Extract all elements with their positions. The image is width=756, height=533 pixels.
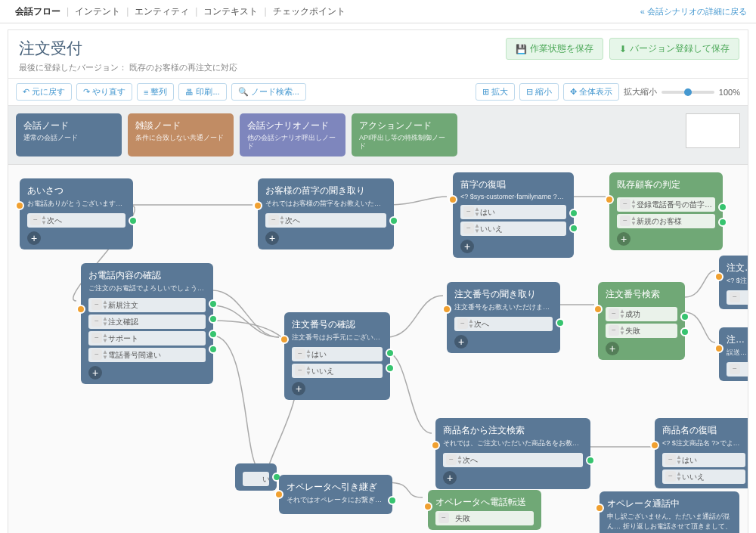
- output-port[interactable]: [569, 209, 578, 218]
- reorder-icon[interactable]: ▲▼: [631, 199, 637, 209]
- remove-icon[interactable]: −: [295, 365, 305, 376]
- branch-row[interactable]: −▲▼いいえ: [292, 364, 383, 378]
- input-port[interactable]: [442, 305, 451, 314]
- add-branch-button[interactable]: +: [27, 231, 41, 245]
- minimap[interactable]: [686, 113, 740, 148]
- node-search-order-no[interactable]: 注文番号検索 −▲▼成功 −▲▼失敗 +: [598, 282, 685, 360]
- flow-canvas[interactable]: あいさつ お電話ありがとうございます。<?… −▲▼次へ + お客様の苗字の聞き…: [8, 165, 748, 533]
- remove-icon[interactable]: −: [457, 318, 468, 329]
- reorder-icon[interactable]: ▲▼: [619, 325, 625, 336]
- branch-row[interactable]: −▲▼いいえ: [662, 469, 745, 484]
- output-port[interactable]: [718, 203, 727, 212]
- input-port[interactable]: [595, 504, 604, 513]
- output-port[interactable]: [386, 349, 395, 358]
- input-port[interactable]: [15, 201, 24, 210]
- input-port[interactable]: [76, 305, 85, 314]
- remove-icon[interactable]: −: [91, 299, 102, 310]
- input-port[interactable]: [274, 490, 284, 499]
- reorder-icon[interactable]: ▲▼: [468, 318, 474, 329]
- branch-row[interactable]: −▲▼新規のお客様: [617, 214, 715, 228]
- reorder-icon[interactable]: ▲▼: [474, 223, 480, 234]
- add-branch-button[interactable]: +: [292, 382, 305, 395]
- remove-icon[interactable]: −: [620, 215, 631, 226]
- reorder-icon[interactable]: ▲▼: [305, 349, 311, 359]
- branch-row[interactable]: −▲▼はい: [292, 347, 383, 361]
- branch-row[interactable]: −: [727, 362, 748, 377]
- palette-action-node[interactable]: アクションノードAPI呼出し等の特殊制御ノード: [352, 113, 457, 156]
- branch-row[interactable]: −▲▼電話番号間違い: [88, 348, 206, 362]
- output-port[interactable]: [209, 330, 218, 339]
- zoom-in-button[interactable]: ⊞拡大: [476, 83, 515, 101]
- output-port[interactable]: [569, 224, 578, 233]
- node-iie-partial[interactable]: いいえ: [235, 463, 277, 491]
- reorder-icon[interactable]: ▲▼: [631, 215, 637, 226]
- palette-dialog-node[interactable]: 会話ノード通常の会話ノード: [16, 113, 122, 156]
- output-port[interactable]: [209, 315, 218, 324]
- branch-row[interactable]: −▲▼成功: [606, 307, 677, 321]
- output-port[interactable]: [718, 218, 727, 227]
- remove-icon[interactable]: −: [446, 454, 457, 465]
- node-ask-name[interactable]: お客様の苗字の聞き取り それではお客様の苗字をお教えいただけますか？ −▲▼次へ…: [258, 178, 394, 249]
- save-work-button[interactable]: 💾作業状態を保存: [506, 38, 603, 60]
- reorder-icon[interactable]: ▲▼: [474, 206, 480, 217]
- branch-row[interactable]: −▲▼サポート: [88, 331, 206, 346]
- reorder-icon[interactable]: ▲▼: [102, 333, 108, 343]
- reorder-icon[interactable]: ▲▼: [279, 215, 285, 225]
- node-call-purpose[interactable]: お電話内容の確認 ご注文のお電話でよろしいでしょうか？ −▲▼新規注文 −▲▼注…: [81, 263, 213, 384]
- output-port[interactable]: [680, 312, 689, 321]
- branch-row[interactable]: −▲▼次へ: [454, 317, 553, 331]
- remove-icon[interactable]: −: [730, 292, 740, 302]
- node-order-item-partial[interactable]: 注文商… <? $注文… −: [719, 256, 748, 309]
- node-customer-check[interactable]: 既存顧客の判定 −▲▼登録電話番号の苗字… −▲▼新規のお客様 +: [609, 172, 723, 250]
- remove-icon[interactable]: −: [609, 325, 619, 336]
- input-port[interactable]: [714, 344, 723, 353]
- palette-scenario-node[interactable]: 会話シナリオノード他の会話シナリオ呼出しノード: [240, 113, 345, 156]
- input-port[interactable]: [448, 195, 457, 204]
- input-port[interactable]: [593, 305, 603, 314]
- remove-icon[interactable]: −: [665, 454, 676, 465]
- branch-row[interactable]: −▲▼はい: [662, 453, 745, 467]
- branch-row[interactable]: −▲▼注文確認: [88, 315, 206, 329]
- tab-intent[interactable]: インテント: [69, 5, 126, 18]
- input-port[interactable]: [714, 272, 723, 281]
- reorder-icon[interactable]: ▲▼: [305, 365, 311, 376]
- return-link[interactable]: « 会話シナリオの詳細に戻る: [640, 6, 747, 17]
- remove-icon[interactable]: −: [30, 215, 41, 225]
- branch-row[interactable]: −▲▼次へ: [27, 213, 125, 228]
- branch-row[interactable]: いいえ: [243, 472, 269, 486]
- remove-icon[interactable]: −: [438, 513, 449, 523]
- zoom-slider[interactable]: [662, 91, 714, 94]
- branch-row[interactable]: −▲▼次へ: [265, 213, 386, 228]
- add-branch-button[interactable]: +: [443, 471, 457, 485]
- output-port[interactable]: [209, 299, 218, 308]
- undo-button[interactable]: ↶元に戻す: [16, 83, 72, 101]
- input-port[interactable]: [605, 195, 614, 204]
- node-repeat-name[interactable]: 苗字の復唱 <? $sys-customer-familyname ?>… −▲…: [453, 172, 574, 258]
- input-port[interactable]: [650, 441, 659, 450]
- input-port[interactable]: [423, 502, 432, 511]
- node-repeat-product[interactable]: 商品名の復唱 <? $注文商品名 ?>でよろしいでし… −▲▼はい −▲▼いいえ: [655, 418, 748, 488]
- reorder-icon[interactable]: ▲▼: [102, 299, 108, 310]
- node-operator-handoff[interactable]: オペレータへ引き継ぎ それではオペレータにお繋ぎいたしま…: [279, 475, 392, 514]
- save-version-button[interactable]: ⬇バージョン登録して保存: [609, 38, 739, 60]
- reorder-icon[interactable]: ▲▼: [676, 454, 682, 465]
- branch-row[interactable]: −▲▼次へ: [443, 453, 583, 467]
- output-port[interactable]: [680, 327, 689, 336]
- input-port[interactable]: [431, 441, 440, 450]
- node-ask-order-no[interactable]: 注文番号の聞き取り 注文番号をお教えいただけますか？ −▲▼次へ +: [447, 282, 560, 353]
- add-branch-button[interactable]: +: [606, 342, 619, 355]
- output-port[interactable]: [388, 496, 397, 505]
- remove-icon[interactable]: −: [463, 206, 474, 217]
- remove-icon[interactable]: −: [620, 199, 631, 209]
- branch-row[interactable]: −▲▼失敗: [606, 324, 677, 338]
- reorder-icon[interactable]: ▲▼: [41, 215, 47, 225]
- add-branch-button[interactable]: +: [454, 335, 468, 349]
- output-port[interactable]: [129, 216, 138, 225]
- add-branch-button[interactable]: +: [460, 240, 474, 253]
- reorder-icon[interactable]: ▲▼: [457, 454, 463, 465]
- node-operator-busy[interactable]: オペレータ通話中 申し訳ございません。ただいま通話が混ん… 折り返しお電話させて…: [600, 491, 739, 533]
- node-operator-transfer[interactable]: オペレータへ電話転送 −失敗: [428, 490, 541, 530]
- node-search-by-product[interactable]: 商品名から注文検索 それでは、ご注文いただいた商品名をお教えくださいますか？ −…: [435, 418, 590, 489]
- output-port[interactable]: [209, 345, 218, 354]
- input-port[interactable]: [280, 335, 289, 344]
